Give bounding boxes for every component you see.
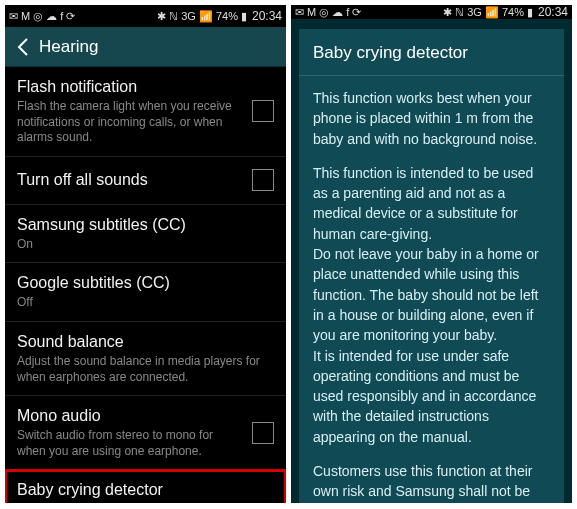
signal-icon: 📶 [199, 11, 213, 22]
setting-subtitle: Alert with vibration when baby crying is… [17, 502, 266, 503]
setting-item-turn-off-all-sounds[interactable]: Turn off all sounds [5, 157, 286, 205]
checkbox[interactable] [252, 422, 274, 444]
dialog-baby-crying-detector: Baby crying detector This function works… [299, 29, 564, 503]
setting-subtitle: On [17, 237, 266, 253]
phone-screen-dialog: ✉ M ◎ ☁ f ⟳ ✱ ℕ 3G 📶 74% ▮ 20:34 Baby cr… [291, 5, 572, 503]
page-title: Hearing [39, 37, 99, 57]
checkbox[interactable] [252, 100, 274, 122]
sync-icon: ⟳ [352, 7, 361, 18]
mail-icon: ✉ [295, 7, 304, 18]
bluetooth-icon: ✱ [157, 11, 166, 22]
status-bar: ✉ M ◎ ☁ f ⟳ ✱ ℕ 3G 📶 74% ▮ 20:34 [5, 5, 286, 27]
nfc-icon: ℕ [455, 7, 464, 18]
battery-pct: 74% [502, 7, 524, 18]
status-bar: ✉ M ◎ ☁ f ⟳ ✱ ℕ 3G 📶 74% ▮ 20:34 [291, 5, 572, 19]
setting-title: Google subtitles (CC) [17, 273, 266, 293]
settings-list[interactable]: Flash notificationFlash the camera light… [5, 67, 286, 503]
setting-title: Baby crying detector [17, 480, 266, 500]
setting-subtitle: Switch audio from stereo to mono for whe… [17, 428, 244, 459]
setting-item-flash-notification[interactable]: Flash notificationFlash the camera light… [5, 67, 286, 157]
network-icon: 3G [181, 11, 196, 22]
setting-title: Sound balance [17, 332, 266, 352]
dialog-title: Baby crying detector [299, 29, 564, 76]
setting-subtitle: Off [17, 295, 266, 311]
setting-item-baby-crying-detector[interactable]: Baby crying detectorAlert with vibration… [5, 470, 286, 503]
chat-icon: ☁ [332, 7, 343, 18]
clock: 20:34 [538, 5, 568, 19]
chat-icon: ☁ [46, 11, 57, 22]
setting-subtitle: Flash the camera light when you receive … [17, 99, 244, 146]
checkbox[interactable] [252, 169, 274, 191]
setting-title: Turn off all sounds [17, 170, 244, 190]
setting-item-samsung-subtitles-cc-[interactable]: Samsung subtitles (CC)On [5, 205, 286, 264]
dialog-paragraph: Customers use this function at their own… [313, 461, 550, 503]
location-icon: ◎ [319, 7, 329, 18]
battery-icon: ▮ [527, 7, 533, 18]
mail-icon: ✉ [9, 11, 18, 22]
setting-title: Mono audio [17, 406, 244, 426]
location-icon: ◎ [33, 11, 43, 22]
setting-title: Samsung subtitles (CC) [17, 215, 266, 235]
gmail-icon: M [307, 7, 316, 18]
setting-item-mono-audio[interactable]: Mono audioSwitch audio from stereo to mo… [5, 396, 286, 470]
setting-subtitle: Adjust the sound balance in media player… [17, 354, 266, 385]
gmail-icon: M [21, 11, 30, 22]
battery-icon: ▮ [241, 11, 247, 22]
sync-icon: ⟳ [66, 11, 75, 22]
clock: 20:34 [252, 9, 282, 23]
back-icon[interactable] [13, 34, 33, 60]
battery-pct: 74% [216, 11, 238, 22]
dialog-body[interactable]: This function works best when your phone… [299, 76, 564, 503]
app-header: Hearing [5, 27, 286, 67]
setting-item-google-subtitles-cc-[interactable]: Google subtitles (CC)Off [5, 263, 286, 322]
setting-title: Flash notification [17, 77, 244, 97]
phone-screen-settings: ✉ M ◎ ☁ f ⟳ ✱ ℕ 3G 📶 74% ▮ 20:34 Hearing… [5, 5, 286, 503]
dialog-paragraph: This function is intended to be used as … [313, 163, 550, 447]
nfc-icon: ℕ [169, 11, 178, 22]
setting-item-sound-balance[interactable]: Sound balanceAdjust the sound balance in… [5, 322, 286, 396]
network-icon: 3G [467, 7, 482, 18]
bluetooth-icon: ✱ [443, 7, 452, 18]
facebook-icon: f [60, 11, 63, 22]
facebook-icon: f [346, 7, 349, 18]
dialog-backdrop: Baby crying detector This function works… [291, 19, 572, 503]
dialog-paragraph: This function works best when your phone… [313, 88, 550, 149]
signal-icon: 📶 [485, 7, 499, 18]
